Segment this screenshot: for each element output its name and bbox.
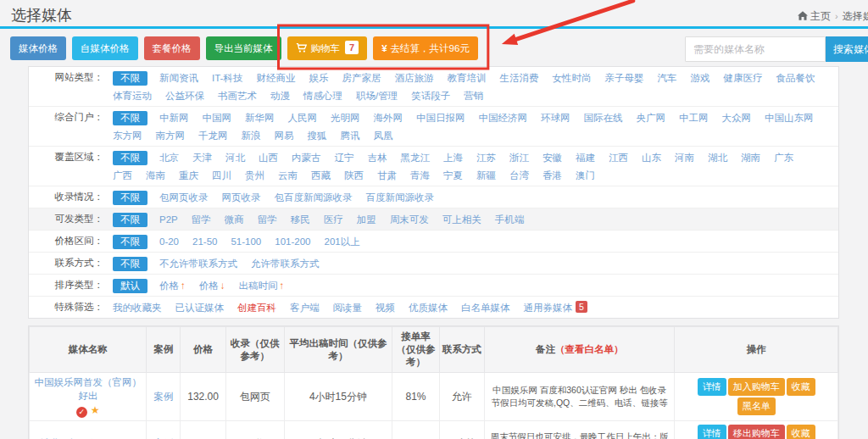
detail-button[interactable]: 详情: [698, 378, 726, 396]
search-input[interactable]: [685, 36, 826, 62]
filter-option-portal-13[interactable]: 中国山东网: [765, 110, 814, 126]
filter-option-portal-12[interactable]: 大众网: [722, 110, 752, 126]
filter-option-site-type-4[interactable]: 房产家居: [342, 70, 381, 86]
filter-option-portal-14[interactable]: 东方网: [113, 128, 142, 144]
filter-option-region-22[interactable]: 四川: [212, 168, 231, 184]
filter-option-portal-5[interactable]: 海外网: [374, 110, 403, 126]
filter-option-publishable-type-8[interactable]: 可上相关: [442, 212, 481, 228]
filter-option-region-12[interactable]: 福建: [576, 150, 595, 166]
filter-option-region-26[interactable]: 陕西: [344, 168, 364, 184]
filter-option-region-0[interactable]: 北京: [159, 150, 179, 166]
filter-option-portal-7[interactable]: 中国经济网: [479, 110, 528, 126]
filter-option-region-13[interactable]: 江西: [609, 150, 628, 166]
media-name-link[interactable]: 中国娱乐网首发（官网）好出: [34, 377, 142, 401]
breadcrumb-home[interactable]: 主页: [810, 10, 831, 22]
filter-option-region-21[interactable]: 重庆: [179, 168, 198, 184]
filter-option-portal-11[interactable]: 中工网: [679, 110, 709, 126]
filter-option-portal-3[interactable]: 人民网: [288, 110, 318, 126]
filter-selected-index-status[interactable]: 不限: [113, 191, 147, 205]
filter-option-sort-type-0[interactable]: 价格↑: [159, 278, 186, 294]
filter-selected-portal[interactable]: 不限: [113, 111, 147, 125]
filter-option-price-range-3[interactable]: 101-200: [275, 234, 310, 250]
filter-option-price-range-1[interactable]: 21-50: [192, 234, 217, 250]
filter-option-region-18[interactable]: 广东: [774, 150, 793, 166]
blacklist-button[interactable]: 黑名单: [737, 397, 776, 415]
self-media-price-button[interactable]: 自媒体价格: [72, 36, 138, 60]
filter-option-region-19[interactable]: 广西: [113, 168, 132, 184]
filter-option-portal-21[interactable]: 凤凰: [374, 128, 393, 144]
media-price-button[interactable]: 媒体价格: [10, 36, 66, 60]
filter-option-index-status-0[interactable]: 包网页收录: [159, 190, 209, 206]
filter-selected-region[interactable]: 不限: [113, 151, 147, 165]
filter-option-region-15[interactable]: 河南: [675, 150, 694, 166]
filter-option-region-23[interactable]: 贵州: [245, 168, 264, 184]
filter-option-region-4[interactable]: 内蒙古: [292, 150, 321, 166]
filter-option-site-type-20[interactable]: 笑话段子: [411, 88, 450, 104]
filter-option-publishable-type-0[interactable]: P2P: [159, 212, 178, 228]
case-link[interactable]: 案例: [153, 392, 173, 402]
filter-option-portal-18[interactable]: 网易: [275, 128, 294, 144]
filter-option-portal-4[interactable]: 光明网: [331, 110, 360, 126]
filter-option-price-range-0[interactable]: 0-20: [159, 234, 179, 250]
filter-option-site-type-21[interactable]: 营销: [464, 88, 483, 104]
filter-option-publishable-type-2[interactable]: 微商: [225, 212, 244, 228]
filter-option-special-filter-2[interactable]: 创建百科: [237, 300, 276, 316]
filter-option-portal-16[interactable]: 千龙网: [198, 128, 228, 144]
filter-option-site-type-5[interactable]: 酒店旅游: [394, 70, 433, 86]
filter-option-site-type-16[interactable]: 书画艺术: [218, 88, 257, 104]
detail-button[interactable]: 详情: [698, 425, 726, 439]
search-button[interactable]: 搜索媒体: [826, 36, 868, 62]
filter-option-region-10[interactable]: 浙江: [509, 150, 529, 166]
filter-option-site-type-6[interactable]: 教育培训: [447, 70, 486, 86]
filter-selected-contact-method[interactable]: 不限: [113, 257, 147, 271]
filter-option-special-filter-1[interactable]: 已认证媒体: [175, 300, 225, 316]
add-to-cart-button[interactable]: 加入购物车: [728, 378, 785, 396]
filter-option-portal-1[interactable]: 中国网: [203, 110, 232, 126]
filter-option-region-1[interactable]: 天津: [192, 150, 212, 166]
filter-option-region-30[interactable]: 新疆: [476, 168, 496, 184]
filter-option-index-status-2[interactable]: 包百度新闻源收录: [275, 190, 353, 206]
filter-option-region-33[interactable]: 澳门: [576, 168, 595, 184]
whitelist-link[interactable]: （查看白名单）: [555, 344, 624, 354]
filter-option-site-type-17[interactable]: 动漫: [270, 88, 290, 104]
filter-option-portal-8[interactable]: 环球网: [541, 110, 570, 126]
filter-option-sort-type-1[interactable]: 价格↓: [199, 278, 225, 294]
filter-option-site-type-10[interactable]: 汽车: [657, 70, 676, 86]
favorite-button[interactable]: 收藏: [787, 425, 815, 439]
filter-option-site-type-9[interactable]: 亲子母婴: [604, 70, 643, 86]
filter-option-special-filter-8[interactable]: 通用券媒体5: [524, 300, 587, 316]
filter-option-contact-method-1[interactable]: 允许带联系方式: [251, 256, 320, 272]
filter-option-site-type-3[interactable]: 娱乐: [309, 70, 328, 86]
export-current-media-button[interactable]: 导出当前媒体: [206, 36, 281, 60]
package-price-button[interactable]: 套餐价格: [144, 36, 200, 60]
filter-option-region-31[interactable]: 台湾: [509, 168, 529, 184]
filter-option-sort-type-2[interactable]: 出稿时间↑: [239, 278, 285, 294]
filter-option-portal-2[interactable]: 新华网: [245, 110, 275, 126]
filter-selected-site-type[interactable]: 不限: [113, 71, 147, 86]
filter-option-region-29[interactable]: 宁夏: [443, 168, 463, 184]
filter-option-site-type-19[interactable]: 职场/管理: [356, 88, 398, 104]
filter-option-special-filter-6[interactable]: 优质媒体: [409, 300, 448, 316]
filter-option-portal-17[interactable]: 新浪: [242, 128, 261, 144]
filter-option-publishable-type-1[interactable]: 留学: [192, 212, 211, 228]
filter-option-publishable-type-3[interactable]: 留学: [258, 212, 277, 228]
filter-option-region-17[interactable]: 湖南: [741, 150, 760, 166]
filter-option-region-7[interactable]: 黑龙江: [401, 150, 431, 166]
filter-option-special-filter-3[interactable]: 客户端: [290, 300, 320, 316]
filter-option-special-filter-5[interactable]: 视频: [376, 300, 395, 316]
favorite-button[interactable]: 收藏: [787, 378, 815, 396]
filter-option-site-type-11[interactable]: 游戏: [690, 70, 709, 86]
filter-option-publishable-type-6[interactable]: 加盟: [357, 212, 376, 228]
filter-option-publishable-type-7[interactable]: 周末可发: [390, 212, 429, 228]
filter-option-site-type-15[interactable]: 公益环保: [165, 88, 204, 104]
filter-option-special-filter-7[interactable]: 白名单媒体: [461, 300, 510, 316]
filter-option-publishable-type-5[interactable]: 医疗: [324, 212, 343, 228]
filter-option-site-type-13[interactable]: 食品餐饮: [776, 70, 815, 86]
filter-selected-sort-type[interactable]: 默认: [113, 279, 147, 293]
filter-selected-price-range[interactable]: 不限: [113, 235, 147, 249]
filter-option-index-status-3[interactable]: 百度新闻源收录: [366, 190, 435, 206]
remove-from-cart-button[interactable]: 移出购物车: [728, 425, 785, 439]
filter-option-site-type-12[interactable]: 健康医疗: [723, 70, 762, 86]
filter-option-region-32[interactable]: 香港: [542, 168, 562, 184]
filter-option-publishable-type-9[interactable]: 手机端: [495, 212, 525, 228]
